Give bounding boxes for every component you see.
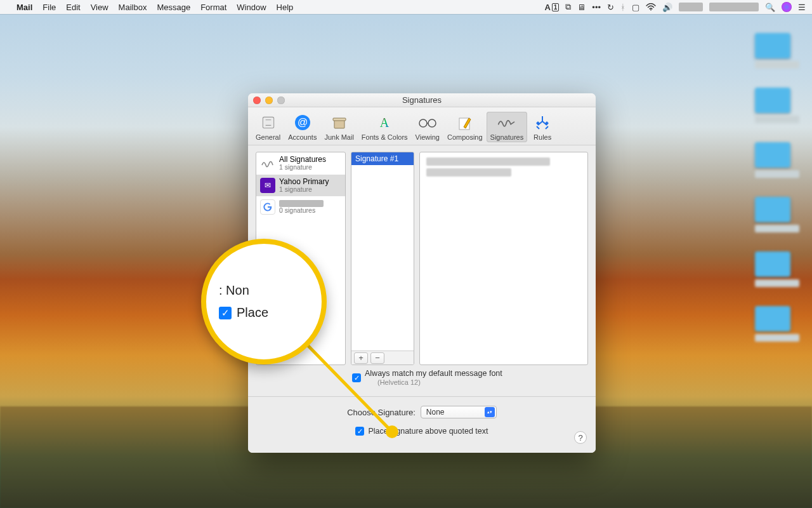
bluetooth-icon[interactable]: ᚼ [620, 3, 625, 12]
svg-point-9 [419, 119, 427, 127]
trash-icon [330, 114, 349, 131]
annotation-magnifier: : Non ✓ Place [201, 239, 327, 364]
menu-file[interactable]: File [43, 3, 56, 12]
google-icon [260, 199, 275, 215]
timemachine-icon[interactable]: ↻ [607, 3, 614, 12]
svg-point-0 [650, 10, 652, 11]
signature-icon [497, 114, 516, 131]
dropbox-icon[interactable]: ⧉ [565, 2, 571, 12]
tab-fonts-colors[interactable]: A Fonts & Colors [358, 112, 412, 142]
volume-icon[interactable]: 🔊 [662, 3, 672, 12]
airplay-icon[interactable]: ▢ [632, 3, 639, 12]
popup-arrows-icon: ▴▾ [485, 407, 495, 417]
at-sign-icon: @ [293, 114, 312, 131]
menu-help[interactable]: Help [277, 3, 294, 12]
desktop-item[interactable] [755, 251, 790, 277]
window-close-button[interactable] [253, 97, 261, 104]
place-signature-above-checkbox[interactable]: ✓ Place signature above quoted text [355, 426, 488, 436]
tab-accounts[interactable]: @ Accounts [284, 112, 320, 142]
choose-signature-popup[interactable]: None ▴▾ [421, 406, 497, 418]
pencil-icon [455, 114, 475, 131]
preferences-toolbar: General @ Accounts Junk Mail A Fonts & C… [248, 107, 596, 145]
signatures-list: Signature #1 + − [351, 152, 414, 365]
desktop-icons [755, 33, 799, 342]
account-all-signatures[interactable]: All Signatures1 signature [256, 152, 345, 175]
yahoo-icon: ✉ [260, 178, 275, 193]
gear-icon [259, 114, 278, 131]
separator [248, 396, 596, 397]
svg-text:A: A [380, 116, 390, 130]
tab-rules[interactable]: Rules [527, 112, 558, 142]
menu-message[interactable]: Message [157, 3, 190, 12]
more-icon[interactable]: ••• [592, 3, 601, 12]
rules-icon [533, 114, 552, 131]
add-signature-button[interactable]: + [354, 352, 368, 364]
svg-rect-7 [333, 118, 346, 121]
checkmark-icon: ✓ [355, 427, 364, 436]
siri-icon[interactable] [782, 2, 792, 12]
signature-item[interactable]: Signature #1 [351, 152, 414, 165]
menu-mailbox[interactable]: Mailbox [119, 3, 147, 12]
signature-icon [260, 156, 275, 171]
window-title: Signatures [402, 95, 442, 105]
svg-point-10 [428, 119, 436, 127]
monitor-icon[interactable]: 🖥 [577, 3, 586, 12]
app-menu[interactable]: Mail [16, 3, 32, 12]
choose-signature-label: Choose Signature: [347, 408, 416, 417]
menu-format[interactable]: Format [200, 3, 226, 12]
adobe-cc-icon[interactable]: A1 [544, 3, 559, 12]
callout-bottom-fragment: Place [237, 305, 268, 320]
tab-signatures[interactable]: Signatures [487, 112, 528, 142]
window-minimize-button[interactable] [265, 97, 273, 104]
menu-edit[interactable]: Edit [66, 3, 80, 12]
desktop-item[interactable] [755, 33, 790, 58]
desktop-item[interactable] [755, 306, 790, 331]
menu-view[interactable]: View [91, 3, 108, 12]
glasses-icon [418, 114, 437, 131]
desktop-item[interactable] [755, 142, 790, 168]
always-match-font-checkbox[interactable]: ✓ Always match my default message font (… [352, 369, 502, 386]
desktop-item[interactable] [755, 197, 790, 222]
fonts-icon: A [375, 114, 394, 131]
tab-viewing[interactable]: Viewing [412, 112, 443, 142]
account-google[interactable]: 0 signatures [256, 196, 345, 218]
tab-junk-mail[interactable]: Junk Mail [320, 112, 357, 142]
signature-preview[interactable] [419, 152, 588, 365]
macos-menubar: Mail File Edit View Mailbox Message Form… [0, 0, 812, 14]
clock[interactable] [709, 3, 759, 11]
callout-top-fragment: : Non [219, 283, 314, 298]
default-font-note: (Helvetica 12) [377, 378, 502, 386]
desktop-item[interactable] [755, 88, 790, 113]
window-zoom-button[interactable] [277, 97, 285, 104]
remove-signature-button[interactable]: − [370, 352, 384, 364]
checkmark-icon: ✓ [219, 307, 232, 319]
notification-center-icon[interactable]: ☰ [798, 3, 806, 12]
account-yahoo[interactable]: ✉ Yahoo Primary1 signature [256, 175, 345, 197]
wifi-icon[interactable] [646, 3, 656, 11]
menu-window[interactable]: Window [237, 3, 266, 12]
tab-general[interactable]: General [252, 112, 284, 142]
window-titlebar[interactable]: Signatures [248, 93, 596, 107]
help-button[interactable]: ? [574, 431, 587, 444]
battery-status[interactable] [679, 3, 703, 11]
svg-rect-1 [263, 117, 273, 128]
spotlight-icon[interactable]: 🔍 [765, 3, 775, 12]
svg-rect-6 [334, 120, 344, 128]
checkmark-icon: ✓ [352, 373, 361, 382]
tab-composing[interactable]: Composing [443, 112, 487, 142]
svg-text:@: @ [298, 117, 308, 128]
